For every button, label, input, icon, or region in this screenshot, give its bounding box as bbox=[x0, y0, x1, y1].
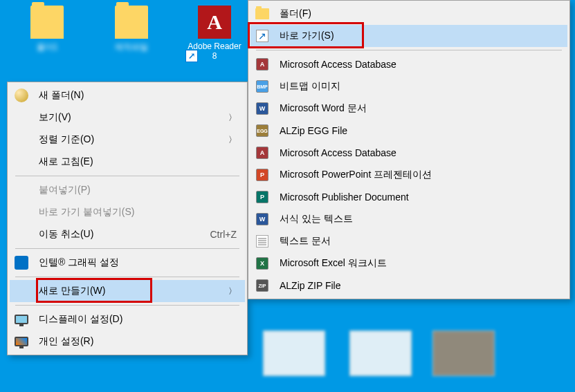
menu-label: 디스플레이 설정(D) bbox=[39, 313, 237, 326]
menu-label: 이동 취소(U) bbox=[39, 228, 190, 241]
monitor-icon bbox=[14, 312, 29, 327]
menu-paste: 붙여넣기(P) bbox=[10, 179, 245, 201]
desktop-folder-1[interactable]: 폴더1 bbox=[19, 6, 75, 53]
menu-separator bbox=[15, 176, 239, 176]
background-window bbox=[349, 330, 412, 376]
word-icon: W bbox=[255, 101, 270, 116]
adobe-icon: A ↗ bbox=[198, 6, 231, 39]
chevron-right-icon: 〉 bbox=[215, 112, 237, 124]
menu-label: 개인 설정(R) bbox=[39, 335, 237, 348]
powerpoint-icon: P bbox=[255, 167, 270, 183]
menu-label: Microsoft PowerPoint 프레젠테이션 bbox=[280, 169, 559, 181]
menu-label: 폴더(F) bbox=[280, 8, 559, 20]
menu-intel-graphics[interactable]: 인텔® 그래픽 설정 bbox=[10, 252, 245, 274]
submenu-access2[interactable]: A Microsoft Access Database bbox=[250, 142, 567, 164]
menu-paste-shortcut: 바로 가기 붙여넣기(S) bbox=[10, 201, 245, 223]
menu-shortcut: Ctrl+Z bbox=[210, 229, 237, 240]
menu-label: 새로 만들기(W) bbox=[39, 285, 215, 297]
blank-icon bbox=[14, 205, 29, 220]
menu-new[interactable]: 새로 만들기(W) 〉 bbox=[10, 280, 245, 302]
submenu-excel[interactable]: X Microsoft Excel 워크시트 bbox=[250, 252, 567, 274]
menu-label: Microsoft Publisher Document bbox=[280, 192, 559, 203]
shortcut-icon: ↗ bbox=[255, 28, 270, 44]
text-icon bbox=[255, 234, 270, 249]
submenu-powerpoint[interactable]: P Microsoft PowerPoint 프레젠테이션 bbox=[250, 164, 567, 186]
menu-label: 인텔® 그래픽 설정 bbox=[39, 256, 237, 269]
menu-label: 붙여넣기(P) bbox=[39, 184, 237, 196]
submenu-access[interactable]: A Microsoft Access Database bbox=[250, 53, 567, 75]
menu-label: Microsoft Access Database bbox=[280, 59, 559, 70]
menu-label: 서식 있는 텍스트 bbox=[280, 213, 559, 225]
chevron-right-icon: 〉 bbox=[215, 134, 237, 146]
menu-separator bbox=[15, 248, 239, 249]
publisher-icon: P bbox=[255, 189, 270, 205]
desktop-context-menu: 새 폴더(N) 보기(V) 〉 정렬 기준(O) 〉 새로 고침(E) 붙여넣기… bbox=[7, 82, 248, 355]
menu-separator bbox=[15, 305, 239, 306]
menu-refresh[interactable]: 새로 고침(E) bbox=[10, 151, 245, 173]
shortcut-arrow-icon: ↗ bbox=[185, 50, 198, 62]
egg-icon: EGG bbox=[255, 123, 270, 138]
menu-label: 보기(V) bbox=[39, 111, 215, 124]
folder-icon bbox=[30, 6, 64, 39]
menu-label: 바로 가기(S) bbox=[280, 30, 559, 42]
background-window bbox=[263, 330, 325, 376]
menu-label: ALZip EGG File bbox=[280, 125, 559, 136]
menu-label: 새로 고침(E) bbox=[39, 156, 237, 168]
blank-icon bbox=[14, 183, 29, 198]
menu-sort-by[interactable]: 정렬 기준(O) 〉 bbox=[10, 129, 245, 151]
desktop-adobe-reader[interactable]: A ↗ Adobe Reader 8 bbox=[187, 6, 242, 61]
folder-icon bbox=[115, 6, 148, 39]
blank-icon bbox=[14, 283, 29, 299]
submenu-publisher[interactable]: P Microsoft Publisher Document bbox=[250, 186, 567, 208]
submenu-zip[interactable]: ZIP ALZip ZIP File bbox=[250, 274, 567, 297]
menu-label: Microsoft Access Database bbox=[280, 147, 559, 158]
blank-icon bbox=[14, 132, 29, 147]
access-icon: A bbox=[255, 145, 270, 160]
background-window bbox=[432, 330, 495, 376]
menu-label: 텍스트 문서 bbox=[280, 235, 559, 248]
submenu-bitmap[interactable]: BMP 비트맵 이미지 bbox=[250, 75, 567, 97]
sphere-icon bbox=[14, 88, 29, 103]
bitmap-icon: BMP bbox=[255, 79, 270, 94]
menu-undo-move[interactable]: 이동 취소(U) Ctrl+Z bbox=[10, 223, 245, 245]
menu-label: 비트맵 이미지 bbox=[280, 80, 559, 93]
menu-personalize[interactable]: 개인 설정(R) bbox=[10, 330, 245, 353]
folder-icon bbox=[255, 6, 270, 21]
submenu-folder[interactable]: 폴더(F) bbox=[250, 3, 567, 25]
menu-separator bbox=[256, 50, 562, 50]
monitor-icon bbox=[14, 334, 29, 349]
intel-icon bbox=[14, 255, 29, 270]
excel-icon: X bbox=[255, 256, 270, 271]
rtf-icon: W bbox=[255, 212, 270, 227]
submenu-rtf[interactable]: W 서식 있는 텍스트 bbox=[250, 208, 567, 230]
menu-label: ALZip ZIP File bbox=[280, 280, 559, 291]
blank-icon bbox=[14, 154, 29, 169]
desktop-folder-2[interactable]: 제작파일 bbox=[104, 6, 159, 53]
icon-label: 폴더1 bbox=[19, 41, 75, 53]
submenu-shortcut[interactable]: ↗ 바로 가기(S) bbox=[250, 25, 567, 47]
menu-label: 정렬 기준(O) bbox=[39, 133, 215, 146]
submenu-text[interactable]: 텍스트 문서 bbox=[250, 230, 567, 252]
new-submenu: 폴더(F) ↗ 바로 가기(S) A Microsoft Access Data… bbox=[248, 0, 570, 299]
menu-display-settings[interactable]: 디스플레이 설정(D) bbox=[10, 308, 245, 330]
zip-icon: ZIP bbox=[255, 278, 270, 293]
menu-separator bbox=[15, 277, 239, 277]
submenu-word[interactable]: W Microsoft Word 문서 bbox=[250, 97, 567, 120]
menu-label: 새 폴더(N) bbox=[39, 89, 237, 102]
icon-label: 제작파일 bbox=[104, 41, 159, 53]
submenu-egg[interactable]: EGG ALZip EGG File bbox=[250, 120, 567, 142]
access-icon: A bbox=[255, 57, 270, 72]
menu-view[interactable]: 보기(V) 〉 bbox=[10, 106, 245, 129]
menu-label: Microsoft Word 문서 bbox=[280, 102, 559, 115]
menu-new-folder[interactable]: 새 폴더(N) bbox=[10, 84, 245, 106]
menu-label: 바로 가기 붙여넣기(S) bbox=[39, 206, 237, 218]
blank-icon bbox=[14, 110, 29, 125]
chevron-right-icon: 〉 bbox=[215, 286, 237, 297]
menu-label: Microsoft Excel 워크시트 bbox=[280, 257, 559, 270]
blank-icon bbox=[14, 227, 29, 242]
